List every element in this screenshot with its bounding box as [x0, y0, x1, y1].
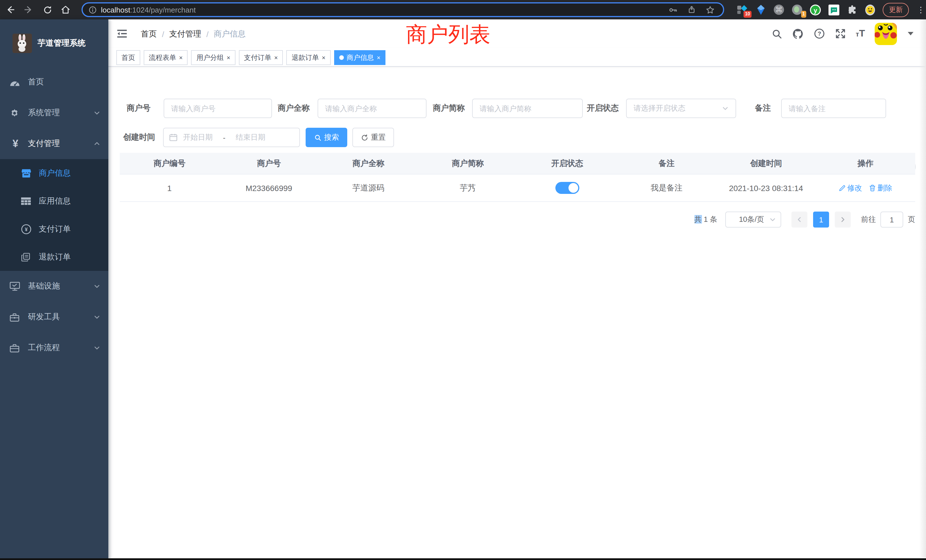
- merchant-no-label: 商户号: [127, 103, 151, 114]
- site-info-icon[interactable]: [88, 5, 97, 14]
- page-unit-label: 页: [908, 215, 915, 225]
- svg-text:⌘: ⌘: [775, 5, 782, 14]
- avatar[interactable]: [875, 23, 897, 45]
- page-size-select[interactable]: 10条/页: [725, 212, 781, 227]
- col-status: 开启状态: [517, 158, 617, 168]
- annotation-title: 商户列表: [406, 21, 490, 49]
- extension-balloon-icon[interactable]: [755, 4, 766, 15]
- breadcrumb-home[interactable]: 首页: [141, 29, 157, 39]
- app-logo-row[interactable]: 芋道管理系统: [0, 20, 108, 67]
- fullscreen-icon[interactable]: [834, 28, 846, 39]
- tab-process-form[interactable]: 流程表单×: [144, 50, 188, 65]
- date-separator: -: [223, 133, 225, 142]
- tags-view-bar: 首页 流程表单× 用户分组× 支付订单× 退款订单× 商户信息×: [108, 48, 926, 67]
- col-merchant-id: 商户编号: [120, 158, 219, 168]
- url-text[interactable]: localhost:1024/pay/merchant: [101, 5, 668, 14]
- cell-full-name: 芋道源码: [319, 183, 418, 193]
- col-full-name: 商户全称: [319, 158, 418, 168]
- sidebar-item-pay-order[interactable]: ¥ 支付订单: [0, 215, 108, 243]
- status-select-placeholder: 请选择开启状态: [634, 103, 685, 114]
- chevron-down-icon: [94, 283, 100, 290]
- cell-create-time: 2021-10-23 08:31:14: [716, 183, 816, 192]
- sidebar-item-workflow[interactable]: 工作流程: [0, 333, 108, 363]
- extension-command-icon[interactable]: ⌘: [773, 4, 785, 15]
- bookmark-star-icon[interactable]: [705, 5, 715, 15]
- search-button[interactable]: 搜索: [306, 128, 347, 147]
- grid-table-icon: [21, 197, 32, 205]
- status-select[interactable]: 请选择开启状态: [626, 98, 736, 118]
- sidebar-item-infra[interactable]: 基础设施: [0, 271, 108, 302]
- edit-link[interactable]: 修改: [839, 183, 862, 193]
- back-icon[interactable]: [5, 4, 16, 15]
- password-key-icon[interactable]: [668, 5, 678, 15]
- col-merchant-no: 商户号: [219, 158, 319, 168]
- sidebar-item-label: 支付管理: [28, 139, 60, 149]
- pagination-total: 共 1 条: [694, 215, 717, 225]
- extension-chat-icon[interactable]: [828, 4, 839, 15]
- date-start-placeholder[interactable]: 开始日期: [183, 132, 213, 142]
- help-icon[interactable]: ?: [813, 28, 825, 39]
- sidebar-item-system[interactable]: 系统管理: [0, 97, 108, 128]
- cell-merchant-id: 1: [120, 183, 219, 192]
- scrollbar-track[interactable]: [919, 20, 926, 558]
- extension-y-icon[interactable]: y: [809, 4, 821, 15]
- dashboard-icon: [10, 78, 21, 86]
- reset-button[interactable]: 重置: [353, 128, 394, 147]
- next-page-button[interactable]: [835, 212, 851, 227]
- date-end-placeholder[interactable]: 结束日期: [236, 132, 265, 142]
- page-size-value: 10条/页: [734, 215, 769, 225]
- tab-label: 支付订单: [244, 53, 271, 62]
- delete-link[interactable]: 删除: [869, 183, 892, 193]
- sidebar: 芋道管理系统 首页 系统管理 ¥ 支付管理 商户信息: [0, 20, 108, 560]
- goto-page-input[interactable]: [881, 212, 903, 227]
- toolbox-icon: [10, 313, 21, 321]
- app-logo-rabbit: [12, 33, 32, 53]
- tab-home[interactable]: 首页: [117, 50, 140, 65]
- extension-session-icon[interactable]: 1: [791, 4, 803, 15]
- close-icon[interactable]: ×: [322, 54, 325, 61]
- prev-page-button[interactable]: [791, 212, 807, 227]
- short-name-input[interactable]: [472, 98, 583, 118]
- create-time-range-input[interactable]: 开始日期 - 结束日期: [163, 128, 300, 147]
- browser-menu-icon[interactable]: ⋮: [917, 5, 925, 14]
- current-page-button[interactable]: 1: [813, 212, 829, 227]
- sidebar-item-refund-order[interactable]: 退款订单: [0, 243, 108, 271]
- home-icon[interactable]: [60, 4, 71, 15]
- extension-emoji-icon[interactable]: [864, 4, 876, 15]
- tab-label: 用户分组: [197, 53, 224, 62]
- close-icon[interactable]: ×: [227, 54, 230, 61]
- tab-merchant-info[interactable]: 商户信息×: [334, 50, 386, 65]
- extensions-puzzle-icon[interactable]: [846, 4, 858, 15]
- close-icon[interactable]: ×: [377, 54, 381, 61]
- sidebar-item-app-info[interactable]: 应用信息: [0, 187, 108, 215]
- search-icon[interactable]: [771, 28, 782, 39]
- close-icon[interactable]: ×: [179, 54, 183, 61]
- close-icon[interactable]: ×: [274, 54, 278, 61]
- avatar-caret-icon[interactable]: [908, 32, 914, 35]
- chevron-down-icon: [94, 314, 100, 321]
- sidebar-item-merchant-info[interactable]: 商户信息: [0, 159, 108, 187]
- sidebar-item-devtools[interactable]: 研发工具: [0, 302, 108, 333]
- tab-pay-order[interactable]: 支付订单×: [239, 50, 283, 65]
- url-bar[interactable]: localhost:1024/pay/merchant: [82, 2, 724, 17]
- sidebar-item-label: 基础设施: [28, 281, 60, 291]
- remark-label: 备注: [755, 103, 771, 114]
- tab-refund-order[interactable]: 退款订单×: [286, 50, 331, 65]
- full-name-input[interactable]: [318, 98, 427, 118]
- remark-input[interactable]: [781, 98, 886, 118]
- browser-update-button[interactable]: 更新: [883, 3, 909, 17]
- sidebar-collapse-icon[interactable]: [117, 28, 128, 39]
- sidebar-item-pay[interactable]: ¥ 支付管理: [0, 128, 108, 159]
- tab-user-group[interactable]: 用户分组×: [191, 50, 236, 65]
- github-icon[interactable]: [792, 28, 804, 39]
- merchant-no-input[interactable]: [163, 98, 272, 118]
- reload-icon[interactable]: [42, 4, 53, 15]
- breadcrumb-pay[interactable]: 支付管理: [169, 29, 201, 39]
- extension-grid-diamond-icon[interactable]: 10: [737, 4, 748, 15]
- share-icon[interactable]: [687, 5, 696, 14]
- forward-icon[interactable]: [23, 4, 34, 15]
- status-toggle[interactable]: [555, 182, 579, 194]
- yen-circle-icon: ¥: [21, 224, 32, 234]
- font-size-icon[interactable]: тT: [856, 28, 865, 39]
- sidebar-item-home[interactable]: 首页: [0, 67, 108, 97]
